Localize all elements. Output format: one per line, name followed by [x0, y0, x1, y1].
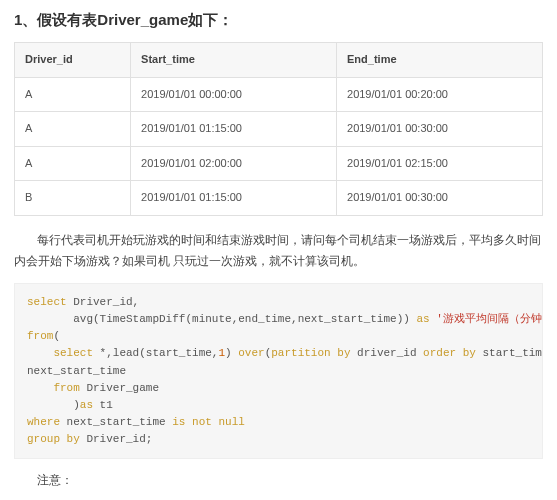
- table-cell: 2019/01/01 00:30:00: [337, 181, 543, 216]
- table-row: A2019/01/01 02:00:002019/01/01 02:15:00: [15, 146, 543, 181]
- table-cell: 2019/01/01 02:00:00: [131, 146, 337, 181]
- data-table: Driver_id Start_time End_time A2019/01/0…: [14, 42, 543, 216]
- col-header: End_time: [337, 43, 543, 78]
- table-cell: 2019/01/01 00:20:00: [337, 77, 543, 112]
- code-block: select Driver_id, avg(TimeStampDiff(minu…: [14, 283, 543, 458]
- table-cell: 2019/01/01 00:30:00: [337, 112, 543, 147]
- table-row: A2019/01/01 00:00:002019/01/01 00:20:00: [15, 77, 543, 112]
- notes-title: 注意：: [14, 471, 543, 489]
- col-header: Driver_id: [15, 43, 131, 78]
- heading: 1、假设有表Driver_game如下：: [14, 8, 543, 32]
- table-cell: 2019/01/01 01:15:00: [131, 181, 337, 216]
- table-cell: A: [15, 112, 131, 147]
- table-cell: 2019/01/01 00:00:00: [131, 77, 337, 112]
- table-cell: 2019/01/01 02:15:00: [337, 146, 543, 181]
- table-row: A2019/01/01 01:15:002019/01/01 00:30:00: [15, 112, 543, 147]
- table-row: B2019/01/01 01:15:002019/01/01 00:30:00: [15, 181, 543, 216]
- table-cell: A: [15, 146, 131, 181]
- table-cell: B: [15, 181, 131, 216]
- table-cell: 2019/01/01 01:15:00: [131, 112, 337, 147]
- table-cell: A: [15, 77, 131, 112]
- question-text: 每行代表司机开始玩游戏的时间和结束游戏时间，请问每个司机结束一场游戏后，平均多久…: [14, 230, 543, 271]
- col-header: Start_time: [131, 43, 337, 78]
